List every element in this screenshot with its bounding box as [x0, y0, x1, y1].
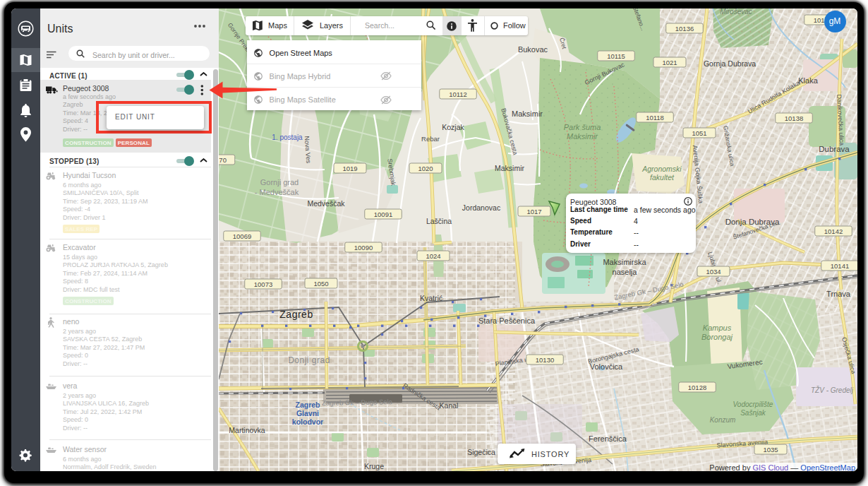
svg-text:Klaka: Klaka [798, 76, 818, 85]
svg-text:Park šuma: Park šuma [564, 123, 601, 131]
svg-text:1. postaja: 1. postaja [272, 134, 303, 141]
svg-text:Borongaj: Borongaj [701, 333, 733, 341]
svg-text:Vodocrpilište: Vodocrpilište [733, 401, 773, 408]
svg-text:Maksimir: Maksimir [567, 132, 598, 141]
svg-text:TŽV - Gredelj: TŽV - Gredelj [811, 386, 854, 394]
svg-text:Zagreb: Zagreb [279, 309, 313, 320]
svg-text:10090: 10090 [354, 244, 373, 251]
svg-text:- Medveščak: - Medveščak [255, 188, 299, 196]
svg-text:1024: 1024 [426, 252, 440, 260]
svg-text:1034: 1034 [706, 268, 721, 275]
svg-text:Gornja Dubrava: Gornja Dubrava [704, 59, 756, 68]
svg-text:Stara Peščenica: Stara Peščenica [478, 316, 536, 325]
svg-text:1020: 1020 [418, 165, 433, 172]
svg-text:Sašnjak: Sašnjak [740, 409, 766, 417]
svg-text:Maksimirska: Maksimirska [603, 258, 646, 266]
svg-text:1019: 1019 [342, 165, 357, 172]
svg-text:Sigečica: Sigečica [467, 448, 495, 456]
svg-text:10128: 10128 [688, 384, 706, 391]
svg-text:1017: 1017 [526, 208, 541, 215]
svg-text:10091: 10091 [374, 211, 392, 218]
svg-text:10073: 10073 [254, 280, 272, 288]
svg-text:Maksimir: Maksimir [495, 164, 524, 172]
svg-text:Laščina: Laščina [426, 217, 452, 225]
svg-text:Jordanovac: Jordanovac [462, 203, 500, 212]
svg-text:Kozjak: Kozjak [442, 123, 464, 131]
svg-text:naselja: naselja [613, 268, 638, 276]
svg-text:10112: 10112 [449, 90, 467, 98]
svg-text:10115: 10115 [607, 52, 625, 60]
svg-text:Trnava: Trnava [826, 290, 851, 298]
svg-text:Gornji grad: Gornji grad [260, 178, 299, 186]
svg-text:kolodvor: kolodvor [292, 417, 323, 426]
svg-text:Kampus: Kampus [703, 324, 732, 332]
svg-text:10118: 10118 [646, 114, 664, 122]
svg-text:1021: 1021 [662, 59, 677, 66]
svg-text:Zagreb Gk – Dugo Selo: Zagreb Gk – Dugo Selo [322, 398, 392, 407]
svg-text:Donji grad: Donji grad [288, 355, 330, 365]
svg-text:10138: 10138 [785, 114, 803, 122]
svg-text:1050: 1050 [313, 280, 328, 288]
svg-text:Maksimir: Maksimir [512, 109, 543, 118]
svg-text:Zagreb: Zagreb [295, 401, 320, 409]
svg-text:Rebar: Rebar [421, 135, 440, 143]
svg-text:Glavni: Glavni [296, 409, 319, 417]
svg-text:1051: 1051 [692, 129, 706, 137]
svg-text:Ferenščica: Ferenščica [589, 434, 627, 443]
svg-text:10142: 10142 [824, 227, 843, 235]
svg-text:1035: 1035 [763, 446, 778, 454]
svg-text:Agronomski: Agronomski [641, 165, 682, 173]
svg-text:10069: 10069 [233, 232, 251, 240]
svg-text:170: 170 [219, 156, 227, 164]
svg-text:Miroševac: Miroševac [720, 8, 752, 16]
svg-text:Konzum: Konzum [710, 416, 736, 424]
svg-text:Martinovka: Martinovka [229, 426, 265, 434]
svg-text:Dubrava: Dubrava [819, 145, 850, 153]
svg-text:10130: 10130 [536, 356, 554, 364]
svg-text:Bukovac: Bukovac [518, 45, 548, 54]
svg-text:10136: 10136 [675, 25, 694, 32]
svg-text:fakultet: fakultet [650, 173, 675, 182]
svg-text:Medveščak: Medveščak [307, 199, 345, 208]
svg-text:10141: 10141 [831, 262, 849, 270]
svg-text:Kvatrić: Kvatrić [420, 294, 442, 302]
svg-text:Kanal: Kanal [440, 401, 459, 410]
